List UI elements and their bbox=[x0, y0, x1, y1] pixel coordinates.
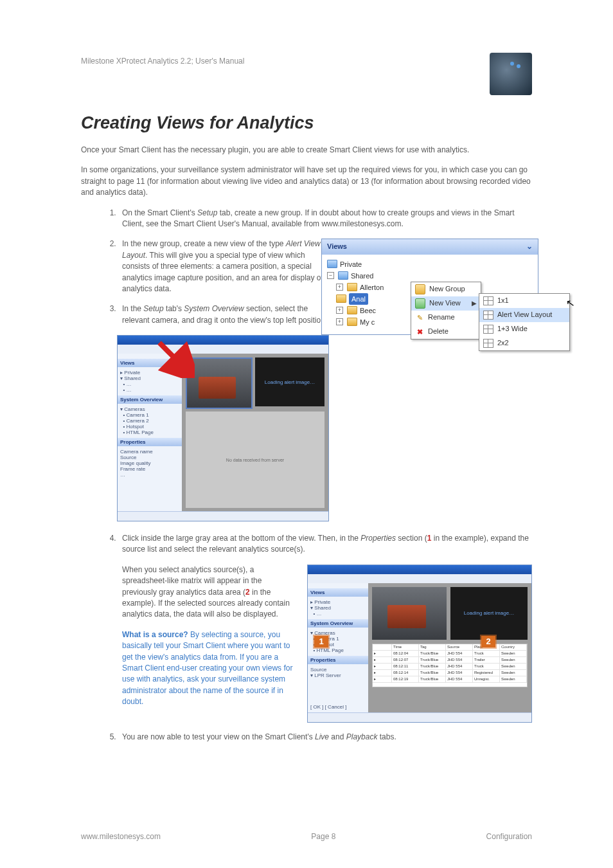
step-2-text-c: . This will give you a special type of v… bbox=[122, 251, 323, 293]
submenu-1-3-wide[interactable]: 1+3 Wide bbox=[479, 322, 569, 336]
brand-logo bbox=[490, 53, 532, 95]
left-nav-pane: Views ▸ Private ▾ Shared • … • … System … bbox=[118, 354, 188, 512]
window-tabs bbox=[308, 574, 531, 584]
alert-image-loading-text: Loading alert image… bbox=[464, 610, 514, 617]
rename-icon bbox=[415, 313, 424, 322]
nav-section-properties: Properties bbox=[118, 438, 187, 446]
expand-box-icon[interactable]: + bbox=[336, 307, 343, 314]
step-1: On the Smart Client's Setup tab, create … bbox=[118, 208, 532, 230]
nav-section-system-overview: System Overview bbox=[118, 395, 187, 404]
setup-screenshot-select-source: Views ▸ Private ▾ Shared • … System Over… bbox=[307, 565, 532, 723]
nav-section-views: Views bbox=[308, 588, 373, 597]
window-statusbar bbox=[118, 511, 328, 521]
tip-lead: What is a source? bbox=[122, 630, 188, 639]
step-2: In the new group, create a new view of t… bbox=[118, 239, 532, 294]
setup-screenshot-drag-camera: Views ▸ Private ▾ Shared • … • … System … bbox=[117, 335, 329, 521]
footer-site-url: www.milestonesys.com bbox=[81, 832, 161, 841]
ctx-new-group-label: New Group bbox=[429, 284, 465, 294]
step-3-text-c: tab's bbox=[164, 304, 184, 313]
ctx-new-view[interactable]: New View ▶ bbox=[411, 296, 481, 311]
camera-tile bbox=[372, 587, 447, 640]
nav-section-properties: Properties bbox=[308, 656, 373, 664]
view-canvas: Loading alert image… No data received fr… bbox=[182, 354, 328, 512]
delete-icon bbox=[415, 327, 424, 336]
alert-image-tile: Loading alert image… bbox=[255, 357, 324, 406]
submenu-alert-label: Alert View Layout bbox=[497, 310, 552, 320]
tree-node-shared[interactable]: − Shared bbox=[327, 270, 533, 282]
ctx-rename-label: Rename bbox=[428, 312, 455, 323]
step-3-setup-word: Setup bbox=[143, 304, 163, 313]
submenu-2x2[interactable]: 2x2 bbox=[479, 336, 569, 350]
window-titlebar bbox=[308, 565, 531, 574]
step-4-text-c: section ( bbox=[396, 534, 427, 543]
submenu-alert-view-layout[interactable]: Alert View Layout bbox=[479, 308, 569, 322]
collapse-icon[interactable]: ⌄ bbox=[526, 241, 533, 252]
views-panel-titlebar[interactable]: Views ⌄ bbox=[322, 239, 538, 254]
submenu-arrow-icon: ▶ bbox=[472, 299, 477, 309]
ctx-new-group[interactable]: New Group bbox=[411, 282, 481, 296]
layout-alert-icon bbox=[483, 311, 493, 320]
ctx-delete-label: Delete bbox=[428, 327, 449, 337]
tree-label-allerton: Allerton bbox=[360, 282, 384, 293]
analytics-data-matrix: TimeTagSourcePlateCountry ▸08:12:04Truck… bbox=[372, 644, 528, 687]
step-5-live-word: Live bbox=[315, 732, 329, 741]
window-tabs bbox=[118, 345, 328, 354]
analytics-data-area-empty: No data received from server bbox=[186, 411, 324, 508]
expand-box-icon[interactable]: + bbox=[336, 318, 343, 325]
camera-video-content bbox=[387, 605, 426, 628]
views-tree-panel: Views ⌄ Private − Shared bbox=[321, 239, 538, 334]
tree-node-private[interactable]: Private bbox=[327, 258, 533, 270]
ctx-new-view-label: New View bbox=[429, 298, 461, 309]
submenu-13wide-label: 1+3 Wide bbox=[497, 324, 528, 334]
tree-label-shared: Shared bbox=[351, 270, 373, 282]
step-4-para-a: When you select analytics source(s), a s… bbox=[122, 565, 262, 597]
step-4-marker-2: 2 bbox=[245, 588, 250, 597]
submenu-1x1[interactable]: 1x1 bbox=[479, 294, 569, 308]
step-4: Click inside the large gray area at the … bbox=[118, 533, 532, 723]
collapse-box-icon[interactable]: − bbox=[327, 272, 334, 279]
layout-13wide-icon bbox=[483, 325, 493, 334]
view-canvas: Loading alert image… TimeTagSourcePlateC… bbox=[368, 583, 531, 713]
ctx-rename[interactable]: Rename bbox=[411, 311, 481, 325]
callout-2: 2 bbox=[481, 636, 495, 647]
submenu-2x2-label: 2x2 bbox=[497, 338, 509, 348]
tree-label-analytics: Anal bbox=[349, 293, 368, 305]
nav-section-system-overview: System Overview bbox=[308, 619, 373, 628]
intro-paragraph-2: In some organizations, your surveillance… bbox=[81, 165, 532, 198]
intro-paragraph-1: Once your Smart Client has the necessary… bbox=[81, 145, 532, 156]
footer-section-name: Configuration bbox=[486, 832, 532, 841]
window-statusbar bbox=[308, 712, 531, 722]
analytics-empty-text: No data received from server bbox=[226, 458, 284, 462]
camera-tile bbox=[186, 357, 253, 409]
step-4-text-a: Click inside the large gray area at the … bbox=[122, 534, 360, 543]
step-5-text-a: You are now able to test your view on th… bbox=[122, 732, 315, 741]
camera-video-content bbox=[199, 377, 236, 399]
new-view-icon bbox=[415, 298, 425, 309]
step-4-properties-word: Properties bbox=[360, 534, 396, 543]
folder-icon bbox=[336, 294, 346, 303]
submenu-1x1-label: 1x1 bbox=[497, 296, 509, 306]
context-menu: New Group New View ▶ Rename bbox=[411, 282, 481, 339]
doc-header-title: Milestone XProtect Analytics 2.2; User's… bbox=[81, 57, 244, 66]
left-nav-pane: Views ▸ Private ▾ Shared • … System Over… bbox=[308, 583, 374, 713]
views-panel-title: Views bbox=[327, 242, 347, 252]
tip-body: By selecting a source, you basically tel… bbox=[122, 630, 292, 706]
alert-image-tile: Loading alert image… bbox=[450, 587, 528, 640]
new-group-icon bbox=[415, 284, 425, 294]
expand-box-icon[interactable]: + bbox=[336, 284, 343, 291]
callout-1: 1 bbox=[314, 636, 328, 647]
folder-icon bbox=[347, 306, 357, 314]
step-5-playback-word: Playback bbox=[346, 732, 378, 741]
ctx-delete[interactable]: Delete bbox=[411, 325, 481, 339]
nav-section-views: Views bbox=[118, 359, 187, 367]
step-1-text-a: On the Smart Client's bbox=[122, 208, 197, 217]
folder-icon bbox=[347, 283, 357, 291]
layout-1x1-icon bbox=[483, 296, 493, 305]
alert-image-loading-text: Loading alert image… bbox=[265, 379, 315, 385]
folder-icon bbox=[338, 271, 348, 280]
step-5: You are now able to test your view on th… bbox=[118, 732, 532, 743]
step-2-text-a: In the new group, create a new view of t… bbox=[122, 239, 286, 248]
step-5-text-c: and bbox=[329, 732, 346, 741]
folder-icon bbox=[327, 260, 337, 268]
step-3-sysov-word: System Overview bbox=[184, 304, 244, 313]
